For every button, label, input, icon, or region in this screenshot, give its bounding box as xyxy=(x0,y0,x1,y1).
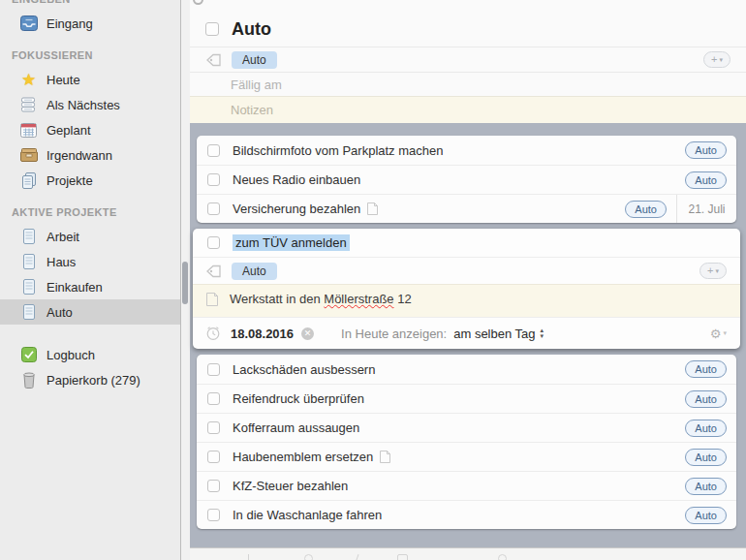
sidebar-item-heute[interactable]: ★ Heute xyxy=(0,67,180,92)
sidebar-item-papierkorb[interactable]: Papierkorb (279) xyxy=(0,367,180,392)
sidebar-item-label: Papierkorb (279) xyxy=(47,373,140,388)
sidebar-item-geplant[interactable]: Geplant xyxy=(0,117,180,142)
task-checkbox[interactable] xyxy=(207,392,220,405)
note-text-part: 12 xyxy=(394,292,412,306)
note-text-part: Werkstatt in den xyxy=(230,292,324,306)
project-due-field[interactable]: Fällig am xyxy=(190,72,746,96)
task-checkbox[interactable] xyxy=(207,236,220,249)
task-tag-pill: Auto xyxy=(685,141,727,159)
add-tag-button[interactable]: +▾ xyxy=(703,51,730,68)
sidebar-item-auto-selected[interactable]: Auto xyxy=(0,299,180,325)
project-page-icon xyxy=(19,278,38,296)
task-tag-pill: Auto xyxy=(685,420,727,437)
note-icon xyxy=(367,202,378,215)
sidebar-item-label: Irgendwann xyxy=(47,148,112,163)
task-checkbox[interactable] xyxy=(207,509,220,521)
sidebar-item-label: Heute xyxy=(47,73,80,87)
task-tag-pill: Auto xyxy=(685,507,727,524)
sidebar-item-label: Arbeit xyxy=(47,230,79,244)
sidebar-item-label: Auto xyxy=(47,305,73,320)
task-title: KfZ-Steuer bezahlen xyxy=(233,479,348,493)
project-tag-row[interactable]: Auto +▾ xyxy=(190,47,746,72)
task-tag-pill: Auto xyxy=(685,171,727,189)
due-placeholder: Fällig am xyxy=(231,78,282,92)
toolbar-partial-icon xyxy=(355,554,358,560)
task-list-area: Bildschirmfoto vom Parkplatz machen Auto… xyxy=(190,123,746,547)
gear-icon: ⚙ xyxy=(710,327,722,341)
project-tag-pill[interactable]: Auto xyxy=(232,51,277,69)
project-page-icon xyxy=(19,303,38,321)
expanded-task-tag-row[interactable]: Auto +▾ xyxy=(193,257,740,284)
scheduled-date[interactable]: 18.08.2016 xyxy=(231,327,294,341)
task-row[interactable]: Neues Radio einbauen Auto xyxy=(197,165,736,194)
task-tag-pill: Auto xyxy=(685,478,727,495)
project-page-icon xyxy=(19,228,38,245)
chevron-down-icon: ▾ xyxy=(541,333,544,339)
task-checkbox[interactable] xyxy=(207,202,220,215)
task-checkbox[interactable] xyxy=(207,480,220,492)
sidebar-item-logbuch[interactable]: Logbuch xyxy=(0,342,180,367)
plus-icon: + xyxy=(711,53,717,66)
task-row[interactable]: In die Waschanlage fahren Auto xyxy=(197,500,736,529)
task-checkbox[interactable] xyxy=(207,451,220,463)
task-row[interactable]: Versicherung bezahlen Auto 21. Juli xyxy=(197,194,736,223)
project-title[interactable]: Auto xyxy=(232,19,271,40)
task-title: Haubenemblem ersetzen xyxy=(233,450,373,464)
expanded-task-title-row[interactable]: zum TÜV anmelden xyxy=(193,229,740,257)
task-row[interactable]: Haubenemblem ersetzen Auto xyxy=(197,442,736,471)
task-row[interactable]: Kofferraum aussaugen Auto xyxy=(197,413,736,442)
show-in-today-label: In Heute anzeigen: xyxy=(341,327,447,341)
sidebar-spacer xyxy=(0,325,180,342)
task-options-button[interactable]: ⚙▾ xyxy=(710,327,727,341)
sidebar-item-irgendwann[interactable]: Irgendwann xyxy=(0,142,180,168)
add-tag-button[interactable]: +▾ xyxy=(699,263,727,279)
task-tag-pill: Auto xyxy=(685,360,727,378)
task-row[interactable]: Bildschirmfoto vom Parkplatz machen Auto xyxy=(197,136,736,165)
stepper-control[interactable]: ▴▾ xyxy=(541,327,544,339)
task-tag-pill: Auto xyxy=(685,390,727,408)
task-checkbox[interactable] xyxy=(207,144,220,157)
task-expanded-card: zum TÜV anmelden Auto +▾ Werkstatt in de… xyxy=(193,229,740,349)
task-row[interactable]: Lackschäden ausbessern Auto xyxy=(197,355,736,384)
sidebar-item-haus[interactable]: Haus xyxy=(0,249,180,274)
sidebar-scrollbar-track xyxy=(180,0,190,560)
task-checkbox[interactable] xyxy=(207,421,220,434)
stacked-pages-icon xyxy=(19,171,38,189)
scrollbar-thumb[interactable] xyxy=(182,262,188,304)
clear-date-button[interactable]: ✕ xyxy=(301,327,314,340)
task-title: Neues Radio einbauen xyxy=(233,172,360,187)
sidebar-item-als-naechstes[interactable]: Als Nächstes xyxy=(0,92,180,117)
toolbar-partial-icon xyxy=(248,554,249,560)
task-row[interactable]: Reifendruck überprüfen Auto xyxy=(197,384,736,413)
task-due-date: 21. Juli xyxy=(676,195,736,223)
plus-icon: + xyxy=(707,264,713,277)
task-title: Reifendruck überprüfen xyxy=(233,391,364,406)
task-note-text[interactable]: Werkstatt in den Möllerstraße 12 xyxy=(230,292,412,306)
sidebar-item-label: Einkaufen xyxy=(47,280,103,295)
sidebar-item-einkaufen[interactable]: Einkaufen xyxy=(0,274,180,299)
inbox-icon xyxy=(19,15,38,32)
task-checkbox[interactable] xyxy=(207,173,220,186)
task-title: Versicherung bezahlen xyxy=(233,202,360,216)
chevron-down-icon: ▾ xyxy=(723,329,727,337)
task-checkbox[interactable] xyxy=(207,363,220,376)
logbook-icon xyxy=(19,346,38,363)
sidebar-item-label: Logbuch xyxy=(47,348,95,362)
project-page-icon xyxy=(19,253,38,270)
sidebar-item-label: Projekte xyxy=(47,173,93,188)
expanded-task-note-row[interactable]: Werkstatt in den Möllerstraße 12 xyxy=(193,284,740,317)
task-row[interactable]: KfZ-Steuer bezahlen Auto xyxy=(197,471,736,500)
calendar-icon xyxy=(19,121,38,139)
task-title-input-selected[interactable]: zum TÜV anmelden xyxy=(233,234,350,251)
chevron-down-icon: ▾ xyxy=(719,53,723,66)
project-notes-field[interactable]: Notizen xyxy=(190,96,746,123)
sidebar-item-arbeit[interactable]: Arbeit xyxy=(0,224,180,249)
sidebar-item-label: Als Nächstes xyxy=(47,98,120,112)
sidebar-item-inbox[interactable]: Eingang xyxy=(0,11,180,36)
project-checkbox[interactable] xyxy=(205,22,219,36)
sidebar-item-projekte[interactable]: Projekte xyxy=(0,168,180,193)
show-in-today-value[interactable]: am selben Tag xyxy=(453,327,535,341)
next-list-icon xyxy=(19,96,38,113)
task-tag-pill[interactable]: Auto xyxy=(232,263,277,280)
sidebar-item-label: Haus xyxy=(47,255,76,269)
